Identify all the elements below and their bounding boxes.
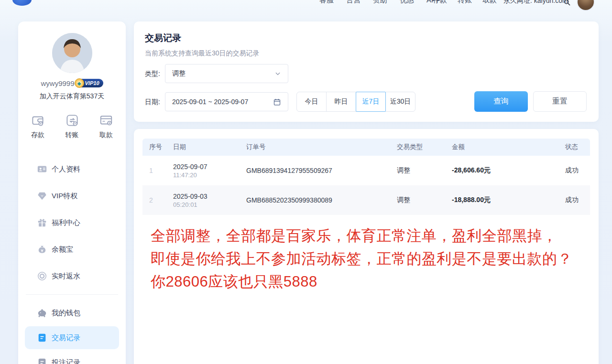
page-title: 交易记录 xyxy=(145,32,181,44)
cell-type: 调整 xyxy=(397,196,452,204)
cell-amount: -18,888.00元 xyxy=(452,196,565,204)
vip-emblem-icon: ◆ xyxy=(75,78,84,88)
deposit-wallet-icon xyxy=(31,113,45,128)
cell-type: 调整 xyxy=(397,166,452,175)
header-type: 交易类型 xyxy=(397,143,452,151)
cell-date-time: 05:20:01 xyxy=(173,201,246,208)
sidebar-menu: 个人资料 VIP特权 福利中心 xyxy=(18,156,126,364)
topbar-user-avatar[interactable] xyxy=(577,0,595,11)
vip-gem-icon xyxy=(37,191,47,201)
date-range-input[interactable]: 2025-09-01 ~ 2025-09-07 xyxy=(165,92,288,111)
sidebar-item-label: 余额宝 xyxy=(52,245,73,254)
range-30days-button[interactable]: 近30日 xyxy=(385,92,415,112)
cell-order-number: GMB6885202350999380089 xyxy=(246,196,397,204)
username: wywy9999 xyxy=(41,79,74,87)
type-label: 类型: xyxy=(145,70,160,78)
kaiyun-logo[interactable] xyxy=(12,0,32,6)
transaction-record-icon xyxy=(37,332,47,343)
quick-range-group: 今日 昨日 近7日 近30日 xyxy=(296,92,415,112)
cell-date-time: 11:47:20 xyxy=(173,171,246,179)
type-select-value: 调整 xyxy=(172,69,186,78)
sidebar-item-transactions[interactable]: 交易记录 xyxy=(25,326,119,349)
vip-level-label: VIP10 xyxy=(85,80,99,86)
sidebar-item-vip[interactable]: VIP特权 xyxy=(18,182,126,209)
range-yesterday-button[interactable]: 昨日 xyxy=(326,92,356,112)
sidebar-item-label: 实时返水 xyxy=(52,272,80,281)
table-row: 1 2025-09-07 11:47:20 GMB689139412795550… xyxy=(142,156,590,185)
cell-order-number: GMB6891394127955509267 xyxy=(246,167,397,174)
sidebar-item-label: 交易记录 xyxy=(52,333,80,343)
transactions-table: 序号 日期 订单号 交易类型 金额 状态 1 2025-09-07 11:47:… xyxy=(142,139,590,215)
quick-action-label: 转账 xyxy=(66,131,79,139)
search-icon[interactable] xyxy=(563,0,571,6)
quick-action-transfer[interactable]: 转账 xyxy=(65,113,79,139)
rebate-coin-icon xyxy=(37,271,47,281)
records-panel: 序号 日期 订单号 交易类型 金额 状态 1 2025-09-07 11:47:… xyxy=(134,129,599,364)
cell-date: 2025-09-03 05:20:01 xyxy=(173,193,246,208)
transfer-icon xyxy=(65,113,79,128)
quick-action-label: 存款 xyxy=(31,131,44,139)
cell-date: 2025-09-07 11:47:20 xyxy=(173,163,246,179)
annotation-line: 你28606应该也只黑5888 xyxy=(151,270,572,293)
sidebar-item-label: 投注记录 xyxy=(52,358,80,364)
quick-actions: 存款 转账 xyxy=(18,113,126,139)
piggy-bank-icon xyxy=(37,308,47,318)
header-order: 订单号 xyxy=(246,143,397,151)
cell-amount: -28,606.60元 xyxy=(452,166,565,175)
cell-date-day: 2025-09-03 xyxy=(173,193,246,200)
money-bag-icon xyxy=(37,244,47,255)
top-wallet-links: 存款 转账 取款 xyxy=(433,0,497,5)
quick-action-withdraw[interactable]: 取款 xyxy=(99,113,113,139)
top-navigation-bar: 客服 合营 赞助 优惠 APP 存款 转账 取款 永久网址: kaiyun.co… xyxy=(0,0,612,14)
menu-divider xyxy=(26,294,118,295)
nav-sponsor[interactable]: 赞助 xyxy=(373,0,387,5)
nav-deposit[interactable]: 存款 xyxy=(433,0,447,5)
sidebar-item-label: 我的钱包 xyxy=(52,309,80,318)
date-label: 日期: xyxy=(145,98,160,107)
nav-customer-service[interactable]: 客服 xyxy=(319,0,334,5)
sidebar-item-profile[interactable]: 个人资料 xyxy=(18,156,126,182)
date-range-value: 2025-09-01 ~ 2025-09-07 xyxy=(172,98,248,106)
profile-sidebar: wywy9999 ◆ VIP10 加入开云体育第537天 存款 xyxy=(18,21,126,364)
sidebar-item-label: 福利中心 xyxy=(52,218,80,227)
membership-days-label: 加入开云体育第537天 xyxy=(18,92,126,101)
permanent-url-label: 永久网址: kaiyun.com xyxy=(503,0,568,5)
cell-index: 1 xyxy=(149,167,173,174)
withdraw-card-icon xyxy=(99,113,113,128)
vip-badge: ◆ VIP10 xyxy=(77,79,103,87)
filter-panel: 交易记录 当前系统支持查询最近30日的交易记录 类型: 调整 日期: 2025-… xyxy=(134,21,599,122)
annotation-line: 即使是你给我上不参加活动标签，正常的盈利是不是要出款的？ xyxy=(151,247,572,270)
profile-name-row: wywy9999 ◆ VIP10 xyxy=(18,79,126,87)
nav-promotions[interactable]: 优惠 xyxy=(400,0,414,5)
sidebar-item-rebate[interactable]: 实时返水 xyxy=(18,263,126,289)
sidebar-item-label: VIP特权 xyxy=(52,192,77,201)
header-index: 序号 xyxy=(149,143,173,151)
reset-button[interactable]: 重置 xyxy=(533,91,587,112)
profile-avatar[interactable] xyxy=(52,33,92,73)
sidebar-item-label: 个人资料 xyxy=(52,165,80,174)
cell-status: 成功 xyxy=(565,166,590,175)
query-button[interactable]: 查询 xyxy=(474,91,528,112)
sidebar-item-bets[interactable]: 投注记录 xyxy=(18,349,126,364)
id-card-icon xyxy=(37,164,47,174)
quick-action-label: 取款 xyxy=(99,131,113,139)
header-amount: 金额 xyxy=(452,143,565,151)
cell-status: 成功 xyxy=(565,196,590,204)
sidebar-item-welfare[interactable]: 福利中心 xyxy=(18,209,126,236)
gift-icon xyxy=(37,217,47,228)
cell-date-day: 2025-09-07 xyxy=(173,163,246,171)
nav-transfer[interactable]: 转账 xyxy=(458,0,472,5)
sidebar-item-wallet[interactable]: 我的钱包 xyxy=(18,300,126,326)
header-status: 状态 xyxy=(565,143,590,151)
range-7days-button[interactable]: 近7日 xyxy=(356,92,386,112)
range-today-button[interactable]: 今日 xyxy=(296,92,327,112)
bet-record-icon xyxy=(37,357,47,364)
type-select[interactable]: 调整 xyxy=(165,64,288,83)
calendar-icon xyxy=(273,98,281,106)
chevron-down-icon xyxy=(274,70,281,77)
nav-partnership[interactable]: 合营 xyxy=(346,0,361,5)
quick-action-deposit[interactable]: 存款 xyxy=(31,113,45,139)
sidebar-item-yuebao[interactable]: 余额宝 xyxy=(18,236,126,263)
nav-withdraw[interactable]: 取款 xyxy=(482,0,497,5)
cell-index: 2 xyxy=(149,196,173,204)
